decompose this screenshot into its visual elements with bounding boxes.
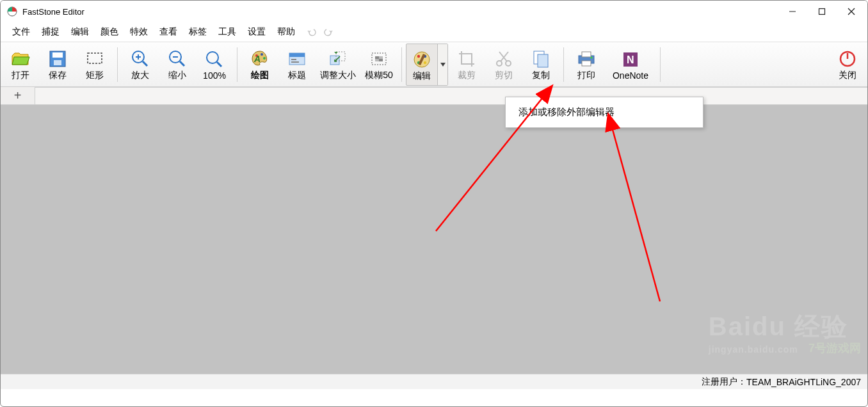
blur-button[interactable]: 模糊50	[360, 44, 398, 86]
edit-label: 编辑	[413, 70, 431, 82]
open-label: 打开	[12, 70, 29, 81]
maximize-icon	[818, 8, 826, 15]
save-label: 保存	[49, 70, 67, 81]
menubar: 文件 捕捉 编辑 颜色 特效 查看 标签 工具 设置 帮助	[1, 22, 867, 42]
edit-button[interactable]: 编辑	[406, 44, 437, 86]
zoom-in-icon	[131, 49, 150, 68]
toolbar-separator	[660, 47, 661, 82]
menu-view[interactable]: 查看	[154, 25, 182, 39]
rectangle-button[interactable]: 矩形	[76, 44, 113, 86]
print-label: 打印	[577, 70, 595, 81]
svg-rect-14	[289, 53, 305, 57]
menu-effects[interactable]: 特效	[125, 25, 153, 39]
resize-label: 调整大小	[320, 70, 356, 81]
edit-dropdown-menu: 添加或移除外部编辑器	[505, 97, 703, 128]
maximize-button[interactable]	[807, 1, 837, 22]
svg-point-11	[263, 57, 266, 60]
menu-edit[interactable]: 编辑	[66, 25, 94, 39]
printer-icon	[576, 49, 597, 68]
svg-point-24	[417, 54, 420, 57]
close-tool-button[interactable]: 关闭	[829, 44, 866, 86]
side-watermark: 7号游戏网	[808, 340, 861, 356]
svg-rect-3	[52, 52, 63, 58]
caption-button[interactable]: 标题	[278, 44, 316, 86]
window-controls	[778, 1, 866, 22]
toolbar-separator	[563, 47, 564, 82]
blur-label: 模糊50	[365, 70, 393, 81]
svg-rect-32	[538, 54, 548, 67]
status-user-value: TEAM_BRAiGHTLiNG_2007	[746, 377, 861, 387]
menu-tags[interactable]: 标签	[184, 25, 212, 39]
minimize-button[interactable]	[778, 1, 807, 22]
zoom-out-icon	[168, 49, 187, 68]
statusbar: 注册用户： TEAM_BRAiGHTLiNG_2007	[1, 374, 867, 389]
save-button[interactable]: 保存	[39, 44, 76, 86]
svg-rect-34	[582, 52, 591, 57]
caption-label: 标题	[288, 70, 306, 81]
undo-icon[interactable]	[307, 27, 318, 37]
folder-open-icon	[10, 49, 31, 68]
edit-dropdown-toggle[interactable]	[437, 44, 447, 85]
svg-text:N: N	[627, 54, 634, 65]
svg-point-10	[261, 53, 263, 56]
onenote-button[interactable]: N OneNote	[605, 44, 656, 86]
close-tool-label: 关闭	[839, 70, 856, 81]
minimize-icon	[789, 8, 796, 15]
copy-icon	[532, 49, 550, 68]
edit-split-button: 编辑	[406, 44, 448, 86]
rectangle-label: 矩形	[86, 70, 104, 81]
svg-point-27	[424, 61, 426, 63]
crop-button: 裁剪	[448, 44, 485, 86]
draw-button[interactable]: A 绘图	[241, 44, 278, 86]
watermark-main: Baidu 经验	[709, 312, 848, 340]
blur-icon	[369, 51, 389, 67]
svg-rect-16	[291, 61, 299, 63]
menu-help[interactable]: 帮助	[272, 25, 300, 39]
menu-settings[interactable]: 设置	[243, 25, 271, 39]
zoom-in-button[interactable]: 放大	[122, 44, 159, 86]
close-icon	[848, 8, 855, 15]
palette-icon: A	[250, 49, 269, 68]
svg-rect-35	[582, 61, 591, 66]
workspace: Baidu 经验 jingyan.baidu.com 7号游戏网	[1, 105, 867, 374]
resize-button[interactable]: 调整大小	[316, 44, 360, 86]
print-button[interactable]: 打印	[568, 44, 605, 86]
add-remove-external-editor-item[interactable]: 添加或移除外部编辑器	[506, 102, 703, 122]
chevron-down-icon	[440, 63, 446, 67]
toolbar-separator	[117, 47, 118, 82]
zoom-100-button[interactable]: 100%	[196, 44, 233, 86]
titlebar: FastStone Editor	[1, 1, 867, 22]
close-button[interactable]	[837, 1, 866, 22]
rectangle-icon	[85, 51, 104, 67]
menu-tools[interactable]: 工具	[213, 25, 241, 39]
power-icon	[839, 50, 856, 68]
app-icon	[7, 6, 17, 17]
save-icon	[48, 49, 67, 68]
resize-icon	[328, 50, 348, 68]
cut-icon	[494, 49, 513, 68]
status-user-label: 注册用户：	[702, 376, 746, 388]
zoom-out-button[interactable]: 缩小	[159, 44, 196, 86]
open-button[interactable]: 打开	[2, 44, 39, 86]
zoom-out-label: 缩小	[168, 70, 186, 81]
draw-label: 绘图	[251, 70, 269, 81]
svg-text:A: A	[253, 54, 261, 64]
crop-icon	[457, 49, 476, 68]
toolbar-separator	[401, 47, 402, 82]
zoom-in-label: 放大	[131, 70, 149, 81]
tabbar: +	[1, 87, 867, 105]
svg-point-36	[591, 56, 593, 58]
svg-point-8	[207, 52, 218, 63]
menu-capture[interactable]: 捕捉	[36, 25, 65, 39]
add-tab-button[interactable]: +	[1, 87, 35, 105]
menu-color[interactable]: 颜色	[95, 25, 124, 39]
caption-icon	[287, 51, 307, 67]
copy-button[interactable]: 复制	[522, 44, 559, 86]
redo-icon[interactable]	[322, 27, 334, 37]
crop-label: 裁剪	[458, 70, 476, 81]
onenote-label: OneNote	[613, 70, 648, 81]
menu-file[interactable]: 文件	[7, 25, 35, 39]
svg-rect-21	[375, 56, 379, 59]
svg-rect-5	[88, 53, 102, 63]
svg-rect-1	[819, 9, 825, 15]
